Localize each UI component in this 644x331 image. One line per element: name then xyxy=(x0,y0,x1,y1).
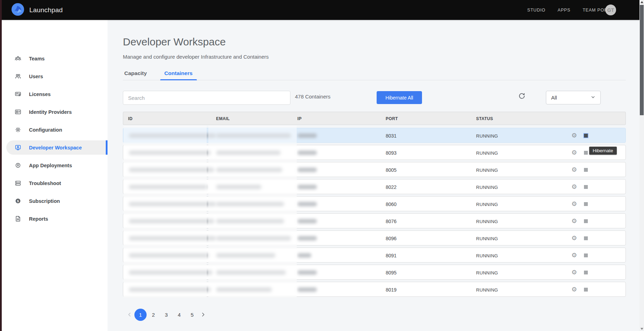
redacted-email-value xyxy=(216,236,291,241)
sidebar-item-identity-providers[interactable]: Identity Providers xyxy=(2,103,108,121)
pagination-page-5[interactable]: 5 xyxy=(186,309,198,321)
redacted-email-value xyxy=(216,270,286,275)
sidebar-item-label: Developer Workspace xyxy=(29,145,82,150)
gear-icon[interactable]: ⚙ xyxy=(570,217,578,225)
redacted-id-value xyxy=(129,185,207,189)
tab-containers[interactable]: Containers xyxy=(163,68,194,80)
stop-icon[interactable] xyxy=(584,219,588,223)
window-edge-strip xyxy=(0,0,2,331)
gear-icon[interactable]: ⚙ xyxy=(570,148,578,157)
redacted-ip-value xyxy=(297,185,317,189)
sidebar-item-licenses[interactable]: Licenses xyxy=(2,85,108,103)
table-row[interactable]: 8095 RUNNING ⚙ xyxy=(123,265,626,280)
user-avatar[interactable]: GT xyxy=(605,5,616,15)
pagination-page-2[interactable]: 2 xyxy=(147,309,160,321)
gear-icon[interactable]: ⚙ xyxy=(570,268,578,277)
filter-value: All xyxy=(551,95,557,101)
hibernate-all-button[interactable]: Hibernate All xyxy=(377,91,422,104)
page-title: Developer Workspace xyxy=(123,36,226,48)
sidebar-item-app-deployments[interactable]: App Deployments xyxy=(2,156,108,174)
stop-icon[interactable] xyxy=(584,288,588,292)
sidebar-item-troubleshoot[interactable]: Troubleshoot xyxy=(2,174,108,192)
sidebar-item-label: Configuration xyxy=(29,127,62,133)
stop-icon[interactable] xyxy=(584,134,588,138)
table-row[interactable]: 8022 RUNNING ⚙ xyxy=(123,179,626,194)
redacted-id-value xyxy=(129,236,216,241)
stop-icon[interactable] xyxy=(584,185,588,189)
pagination-next-icon[interactable] xyxy=(199,308,208,321)
topbar-nav: STUDIOAPPSTEAM PORTAL xyxy=(527,8,616,13)
tab-capacity[interactable]: Capacity xyxy=(123,68,148,80)
main-content: Developer Workspace Manage and configure… xyxy=(108,20,644,331)
vertical-scrollbar[interactable] xyxy=(639,0,644,331)
redacted-id-value xyxy=(129,287,211,292)
sidebar-item-users[interactable]: Users xyxy=(2,67,108,85)
redacted-email-value xyxy=(216,253,275,258)
gear-icon[interactable]: ⚙ xyxy=(570,251,578,259)
table-row[interactable]: 8060 RUNNING ⚙ xyxy=(123,196,626,211)
identity-providers-icon xyxy=(15,109,21,115)
brand: Launchpad xyxy=(11,3,63,17)
sidebar-item-subscription[interactable]: $Subscription xyxy=(2,192,108,210)
table-row[interactable]: 8019 RUNNING ⚙ xyxy=(123,282,626,297)
sidebar-item-label: Reports xyxy=(29,216,48,222)
scrollbar-up-arrow-icon[interactable] xyxy=(641,1,643,3)
table-row[interactable]: 8096 RUNNING ⚙ xyxy=(123,230,626,245)
gear-icon[interactable]: ⚙ xyxy=(570,183,578,191)
developer-workspace-icon xyxy=(15,144,21,151)
stop-icon[interactable] xyxy=(584,253,588,257)
sidebar-item-developer-workspace[interactable]: Developer Workspace xyxy=(2,139,108,156)
table-row[interactable]: 8005 RUNNING ⚙ xyxy=(123,162,626,177)
table-row[interactable]: 8091 RUNNING ⚙ xyxy=(123,248,626,263)
sidebar-item-configuration[interactable]: Configuration xyxy=(2,121,108,139)
status-cell: RUNNING xyxy=(476,287,498,293)
column-header-email: EMAIL xyxy=(216,116,230,121)
status-cell: RUNNING xyxy=(476,185,498,190)
sidebar-item-reports[interactable]: Reports xyxy=(2,210,108,228)
redacted-ip-value xyxy=(297,133,317,138)
status-cell: RUNNING xyxy=(476,270,498,275)
sidebar-item-teams[interactable]: Teams xyxy=(2,50,108,67)
scrollbar-down-arrow-icon[interactable] xyxy=(641,328,643,330)
pagination-prev-icon[interactable] xyxy=(125,308,134,321)
column-header-status: STATUS xyxy=(476,116,493,121)
table-row[interactable]: 8031 RUNNING ⚙ xyxy=(123,128,626,143)
pagination-page-1[interactable]: 1 xyxy=(134,309,147,321)
gear-icon[interactable]: ⚙ xyxy=(570,166,578,174)
sidebar-item-label: Licenses xyxy=(29,91,51,97)
redacted-email-value xyxy=(216,150,281,155)
table-row[interactable]: 8093 RUNNING ⚙ xyxy=(123,145,626,160)
stop-icon[interactable] xyxy=(584,168,588,172)
status-cell: RUNNING xyxy=(476,202,498,207)
stop-icon[interactable] xyxy=(584,271,588,274)
search-input[interactable] xyxy=(123,91,290,105)
redacted-id-value xyxy=(129,150,211,155)
topbar-link-apps[interactable]: APPS xyxy=(558,8,571,13)
stop-icon[interactable] xyxy=(584,151,588,155)
gear-icon[interactable]: ⚙ xyxy=(570,200,578,208)
pagination-page-3[interactable]: 3 xyxy=(160,309,172,321)
table-body: 8031 RUNNING ⚙ 8093 RUNNING ⚙ 8005 RUNNI… xyxy=(123,128,626,299)
stop-icon[interactable] xyxy=(584,202,588,206)
port-cell: 8022 xyxy=(386,184,397,190)
gear-icon[interactable]: ⚙ xyxy=(570,234,578,242)
port-cell: 8019 xyxy=(386,287,397,293)
gear-icon[interactable]: ⚙ xyxy=(570,131,578,140)
users-icon xyxy=(15,73,21,80)
status-cell: RUNNING xyxy=(476,150,498,156)
stop-icon[interactable] xyxy=(584,236,588,240)
port-cell: 8005 xyxy=(386,167,397,173)
page-subtitle: Manage and configure developer Infrastru… xyxy=(123,54,269,60)
gear-icon[interactable]: ⚙ xyxy=(570,285,578,294)
port-cell: 8060 xyxy=(386,201,397,207)
topbar-link-studio[interactable]: STUDIO xyxy=(527,8,546,13)
refresh-icon[interactable] xyxy=(517,91,527,101)
port-cell: 8031 xyxy=(386,133,397,139)
redacted-email-value xyxy=(216,185,261,189)
filter-dropdown[interactable]: All xyxy=(546,91,601,104)
pagination-page-4[interactable]: 4 xyxy=(173,309,185,321)
scrollbar-thumb[interactable] xyxy=(640,5,644,115)
port-cell: 8091 xyxy=(386,253,397,258)
table-row[interactable]: 8076 RUNNING ⚙ xyxy=(123,213,626,228)
status-cell: RUNNING xyxy=(476,219,498,224)
